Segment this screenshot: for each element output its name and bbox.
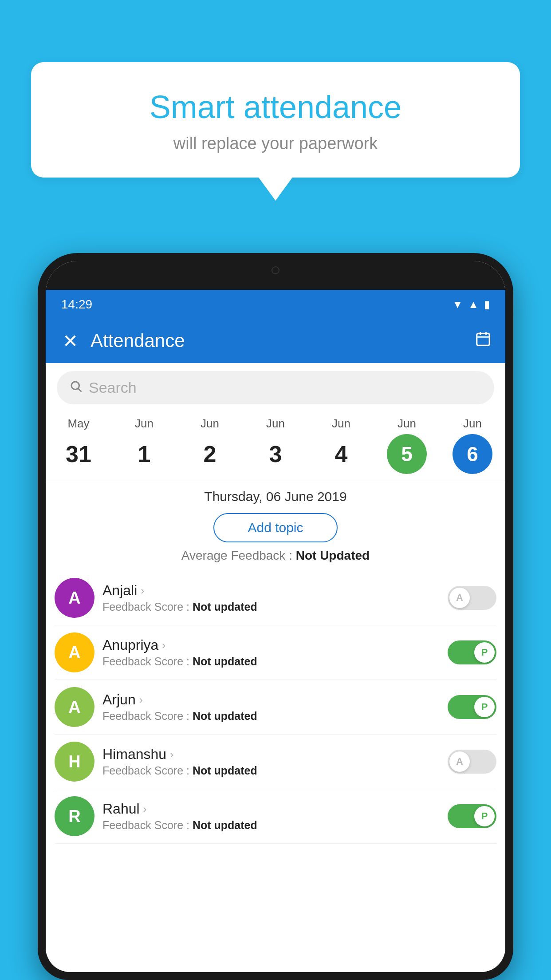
signal-icon: ▲ <box>468 298 479 311</box>
cal-day-number: 31 <box>59 434 98 474</box>
svg-point-4 <box>71 382 79 390</box>
cal-month-label: Jun <box>201 417 219 431</box>
phone-top-bar <box>46 261 505 290</box>
calendar-day[interactable]: Jun2 <box>183 417 236 474</box>
avg-feedback-label: Average Feedback : <box>181 549 292 562</box>
student-list: AAnjali ›Feedback Score : Not updatedAAA… <box>46 571 505 844</box>
chevron-icon: › <box>162 639 165 652</box>
attendance-toggle[interactable]: P <box>448 695 496 719</box>
avatar: A <box>55 687 94 727</box>
avg-feedback: Average Feedback : Not Updated <box>46 549 505 571</box>
attendance-toggle[interactable]: P <box>448 640 496 664</box>
feedback-score: Feedback Score : Not updated <box>102 710 440 723</box>
student-item[interactable]: RRahul ›Feedback Score : Not updatedP <box>55 789 496 844</box>
chevron-icon: › <box>141 585 144 597</box>
phone-frame: 14:29 ▼ ▲ ▮ ✕ Attendance <box>38 253 513 980</box>
cal-month-label: May <box>67 417 89 431</box>
app-bar: ✕ Attendance <box>46 319 505 363</box>
notch <box>253 261 298 277</box>
chevron-icon: › <box>143 803 147 815</box>
speech-bubble-subtitle: will replace your paperwork <box>53 134 498 153</box>
wifi-icon: ▼ <box>452 298 463 311</box>
student-info: Arjun ›Feedback Score : Not updated <box>102 692 440 723</box>
student-name: Anupriya › <box>102 637 440 653</box>
student-info: Anupriya ›Feedback Score : Not updated <box>102 637 440 668</box>
attendance-toggle[interactable]: A <box>448 750 496 774</box>
battery-icon: ▮ <box>484 298 490 311</box>
calendar-day[interactable]: Jun3 <box>249 417 302 474</box>
feedback-score: Feedback Score : Not updated <box>102 819 440 832</box>
feedback-score: Feedback Score : Not updated <box>102 764 440 777</box>
student-item[interactable]: AAnjali ›Feedback Score : Not updatedA <box>55 571 496 625</box>
student-name: Arjun › <box>102 692 440 708</box>
speech-bubble-section: Smart attendance will replace your paper… <box>31 62 520 201</box>
avg-feedback-value: Not Updated <box>296 549 370 562</box>
app-bar-left: ✕ Attendance <box>59 327 185 356</box>
close-button[interactable]: ✕ <box>59 327 82 356</box>
cal-day-number: 2 <box>190 434 230 474</box>
phone-screen: 14:29 ▼ ▲ ▮ ✕ Attendance <box>46 261 505 972</box>
camera-dot <box>272 266 279 274</box>
search-placeholder: Search <box>89 379 137 396</box>
cal-day-number: 5 <box>387 434 427 474</box>
feedback-score: Feedback Score : Not updated <box>102 655 440 668</box>
cal-day-number: 3 <box>256 434 295 474</box>
avatar: A <box>55 578 94 618</box>
student-info: Rahul ›Feedback Score : Not updated <box>102 801 440 832</box>
calendar-day[interactable]: Jun1 <box>118 417 171 474</box>
screen-content: Search May31Jun1Jun2Jun3Jun4Jun5Jun6 Thu… <box>46 363 505 972</box>
search-bar: Search <box>46 363 505 412</box>
cal-day-number: 6 <box>453 434 492 474</box>
feedback-score: Feedback Score : Not updated <box>102 601 440 613</box>
student-item[interactable]: AAnupriya ›Feedback Score : Not updatedP <box>55 625 496 680</box>
student-name: Anjali › <box>102 582 440 599</box>
cal-month-label: Jun <box>135 417 153 431</box>
app-bar-title: Attendance <box>91 330 185 352</box>
calendar-day[interactable]: Jun5 <box>380 417 433 474</box>
calendar-day[interactable]: Jun6 <box>446 417 499 474</box>
chevron-icon: › <box>139 694 143 706</box>
selected-date-label: Thursday, 06 June 2019 <box>46 481 505 509</box>
attendance-toggle[interactable]: P <box>448 804 496 828</box>
search-icon <box>69 379 83 396</box>
cal-month-label: Jun <box>332 417 350 431</box>
student-name: Himanshu › <box>102 746 440 763</box>
student-info: Himanshu ›Feedback Score : Not updated <box>102 746 440 777</box>
cal-month-label: Jun <box>398 417 416 431</box>
add-topic-button[interactable]: Add topic <box>213 513 338 542</box>
chevron-icon: › <box>170 748 173 761</box>
student-info: Anjali ›Feedback Score : Not updated <box>102 582 440 613</box>
avatar: H <box>55 742 94 782</box>
calendar-day[interactable]: May31 <box>52 417 105 474</box>
status-icons: ▼ ▲ ▮ <box>452 298 490 311</box>
svg-line-5 <box>79 388 82 391</box>
speech-bubble-title: Smart attendance <box>53 89 498 125</box>
student-item[interactable]: AArjun ›Feedback Score : Not updatedP <box>55 680 496 735</box>
cal-day-number: 4 <box>321 434 361 474</box>
student-name: Rahul › <box>102 801 440 817</box>
svg-rect-0 <box>477 333 490 345</box>
attendance-toggle[interactable]: A <box>448 586 496 610</box>
calendar-icon[interactable] <box>474 331 492 352</box>
calendar-day[interactable]: Jun4 <box>315 417 368 474</box>
cal-day-number: 1 <box>124 434 164 474</box>
avatar: R <box>55 796 94 836</box>
avatar: A <box>55 632 94 672</box>
search-input-wrap[interactable]: Search <box>57 371 494 404</box>
cal-month-label: Jun <box>463 417 482 431</box>
student-item[interactable]: HHimanshu ›Feedback Score : Not updatedA <box>55 735 496 789</box>
status-bar: 14:29 ▼ ▲ ▮ <box>46 290 505 319</box>
status-time: 14:29 <box>61 297 92 312</box>
cal-month-label: Jun <box>266 417 285 431</box>
calendar-strip: May31Jun1Jun2Jun3Jun4Jun5Jun6 <box>46 412 505 481</box>
speech-bubble: Smart attendance will replace your paper… <box>31 62 520 178</box>
speech-bubble-tail <box>259 178 292 201</box>
